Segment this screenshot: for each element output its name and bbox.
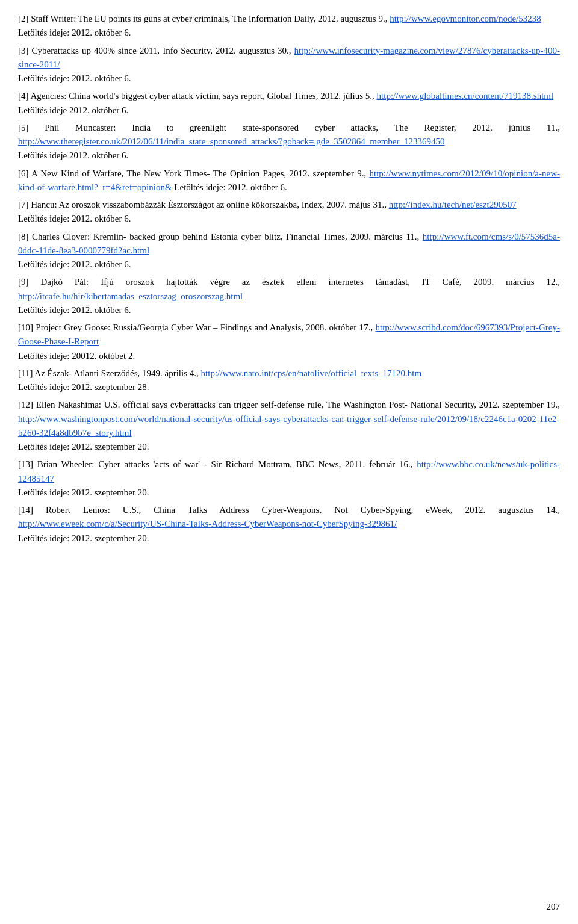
ref-4-text: [4] Agencies: China world's biggest cybe… [18,89,560,103]
ref-8-text: [8] Charles Clover: Kremlin- backed grou… [18,230,560,258]
ref-8-letoltes: Letöltés ideje: 2012. október 6. [18,258,560,271]
reference-10: [10] Project Grey Goose: Russia/Georgia … [18,321,560,363]
ref-13-letoltes: Letöltés ideje: 2012. szeptember 20. [18,486,560,500]
ref-12-letoltes: Letöltés ideje: 2012. szeptember 20. [18,440,560,454]
ref-3-text: [3] Cyberattacks up 400% since 2011, Inf… [18,44,560,72]
ref-11-text: [11] Az Észak- Atlanti Szerződés, 1949. … [18,367,560,380]
ref-4-link[interactable]: http://www.globaltimes.cn/content/719138… [377,91,554,101]
ref-14-text: [14] Robert Lemos: U.S., China Talks Add… [18,503,560,532]
reference-14: [14] Robert Lemos: U.S., China Talks Add… [18,503,560,545]
reference-12: [12] Ellen Nakashima: U.S. official says… [18,398,560,454]
ref-10-text: [10] Project Grey Goose: Russia/Georgia … [18,321,560,349]
reference-13: [13] Brian Wheeler: Cyber attacks 'acts … [18,457,560,500]
reference-9: [9] Dajkó Pál: Ifjú oroszok hajtották vé… [18,275,560,317]
reference-7: [7] Hancu: Az oroszok visszabombázzák És… [18,198,560,226]
ref-9-link[interactable]: http://itcafe.hu/hir/kibertamadas_esztor… [18,291,243,301]
ref-2-link[interactable]: http://www.egovmonitor.com/node/53238 [390,14,541,23]
ref-7-link[interactable]: http://index.hu/tech/net/eszt290507 [389,200,517,209]
ref-14-link[interactable]: http://www.eweek.com/c/a/Security/US-Chi… [18,519,397,529]
ref-3-letoltes: Letöltés ideje: 2012. október 6. [18,72,560,85]
ref-7-text: [7] Hancu: Az oroszok visszabombázzák És… [18,198,560,212]
ref-14-letoltes: Letöltés ideje: 2012. szeptember 20. [18,532,560,545]
reference-11: [11] Az Észak- Atlanti Szerződés, 1949. … [18,367,560,395]
ref-11-letoltes: Letöltés ideje: 2012. szeptember 28. [18,380,560,394]
reference-8: [8] Charles Clover: Kremlin- backed grou… [18,230,560,272]
page-number: 207 [547,902,561,912]
ref-10-letoltes: Letöltés ideje: 20012. októbet 2. [18,349,560,363]
reference-2: [2] Staff Writer: The EU points its guns… [18,12,560,40]
reference-3: [3] Cyberattacks up 400% since 2011, Inf… [18,44,560,86]
ref-5-link[interactable]: http://www.theregister.co.uk/2012/06/11/… [18,137,444,146]
ref-2-letoltes: Letöltés ideje: 2012. október 6. [18,26,560,40]
ref-12-link[interactable]: http://www.washingtonpost.com/world/nati… [18,414,559,438]
ref-12-text: [12] Ellen Nakashima: U.S. official says… [18,398,560,440]
ref-5-letoltes: Letöltés ideje 2012. október 6. [18,149,560,163]
ref-13-text: [13] Brian Wheeler: Cyber attacks 'acts … [18,457,560,486]
ref-9-letoltes: Letöltés ideje: 2012. október 6. [18,303,560,317]
ref-4-letoltes: Letöltés ideje 2012. október 6. [18,104,560,117]
content-area: [2] Staff Writer: The EU points its guns… [18,12,560,545]
ref-5-text: [5] Phil Muncaster: India to greenlight … [18,121,560,149]
reference-5: [5] Phil Muncaster: India to greenlight … [18,121,560,163]
ref-11-link[interactable]: http://www.nato.int/cps/en/natolive/offi… [201,368,422,378]
reference-6: [6] A New Kind of Warfare, The New York … [18,167,560,195]
ref-9-text: [9] Dajkó Pál: Ifjú oroszok hajtották vé… [18,275,560,303]
ref-6-text: [6] A New Kind of Warfare, The New York … [18,167,560,195]
ref-2-text: [2] Staff Writer: The EU points its guns… [18,12,560,26]
ref-7-letoltes: Letöltés ideje: 2012. október 6. [18,212,560,226]
reference-4: [4] Agencies: China world's biggest cybe… [18,89,560,117]
